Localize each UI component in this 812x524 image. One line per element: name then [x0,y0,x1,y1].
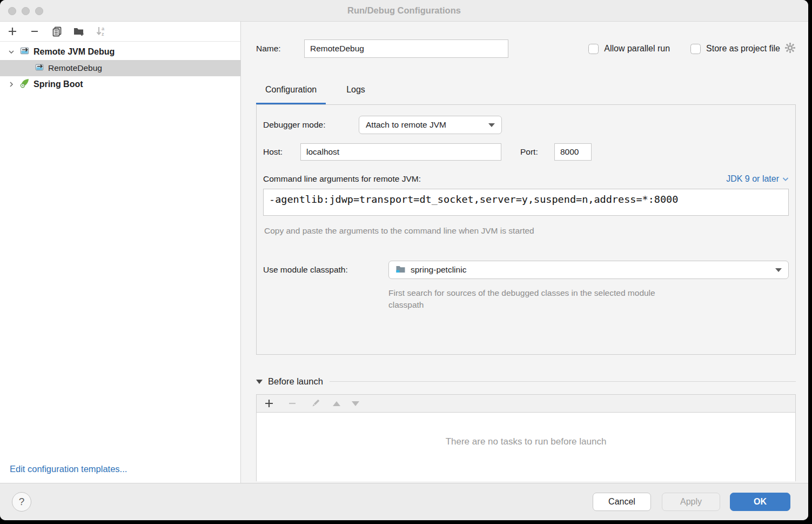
tree-item-remote-jvm-debug[interactable]: Remote JVM Debug [0,44,240,60]
configuration-panel: Debugger mode: Attach to remote JVM Host… [256,104,796,355]
host-port-row: Host: Port: [263,143,789,161]
name-row: Name: Allow parallel run Store as projec… [256,39,796,58]
window-controls [8,7,43,15]
title-bar: Run/Debug Configurations [0,0,808,22]
add-configuration-button[interactable] [6,25,18,37]
move-task-up-icon[interactable] [333,401,340,406]
chevron-right-icon[interactable] [6,79,16,89]
debugger-mode-row: Debugger mode: Attach to remote JVM [263,116,789,134]
cmdline-header-row: Command line arguments for remote JVM: J… [263,174,789,184]
host-label: Host: [263,147,300,157]
remote-debug-icon [19,45,30,58]
module-classpath-value: spring-petclinic [411,265,770,275]
dialog-footer: ? Cancel Apply OK [0,483,808,520]
tree-item-spring-boot[interactable]: Spring Boot [0,76,240,92]
chevron-down-icon [782,177,789,182]
collapse-triangle-icon[interactable] [256,380,263,384]
module-classpath-label: Use module classpath: [263,265,388,275]
before-launch-task-list: There are no tasks to run before launch [256,413,796,481]
copy-configuration-icon[interactable] [51,25,63,37]
configuration-editor: Name: Allow parallel run Store as projec… [241,22,808,483]
tree-item-label: RemoteDebug [48,63,102,73]
tree-item-label: Spring Boot [33,79,83,89]
move-task-down-icon[interactable] [352,401,359,406]
tree-item-label: Remote JVM Debug [33,47,115,57]
tab-configuration[interactable]: Configuration [256,84,326,104]
debugger-mode-label: Debugger mode: [263,120,359,130]
host-input[interactable] [300,143,501,161]
svg-text:z: z [102,31,104,37]
help-button[interactable]: ? [12,492,31,512]
debugger-mode-select[interactable]: Attach to remote JVM [359,116,502,134]
jdk-version-select[interactable]: JDK 9 or later [726,174,789,184]
jdk-version-value: JDK 9 or later [726,174,779,184]
allow-parallel-run-label: Allow parallel run [604,44,670,54]
module-classpath-row: Use module classpath: spring-petclinic [263,261,789,279]
store-as-project-file-label: Store as project file [706,44,780,54]
module-classpath-select[interactable]: spring-petclinic [388,261,789,279]
cmdline-label: Command line arguments for remote JVM: [263,174,421,184]
remote-debug-icon [35,62,45,75]
allow-parallel-run-checkbox[interactable] [588,44,599,54]
port-input[interactable] [554,143,592,161]
empty-tasks-text: There are no tasks to run before launch [446,436,607,447]
divider [330,381,796,382]
zoom-window-button[interactable] [35,7,43,15]
minimize-window-button[interactable] [22,7,30,15]
close-window-button[interactable] [8,7,16,15]
cmdline-arguments-input[interactable]: -agentlib:jdwp=transport=dt_socket,serve… [263,189,789,216]
before-launch-title: Before launch [268,376,323,387]
apply-button[interactable]: Apply [662,493,720,511]
configurations-tree: Remote JVM Debug RemoteDebug [0,42,240,92]
run-debug-configurations-dialog: Run/Debug Configurations [0,0,808,520]
new-folder-icon[interactable] [73,25,85,37]
before-launch-toolbar [256,394,796,413]
tab-logs[interactable]: Logs [337,84,374,104]
store-as-project-file-checkbox[interactable] [690,44,701,54]
name-input[interactable] [304,39,508,58]
sidebar-toolbar: a z [0,22,240,42]
chevron-down-icon[interactable] [6,47,16,57]
remove-task-button[interactable] [286,397,298,409]
remove-configuration-button[interactable] [29,25,41,37]
before-launch-header: Before launch [256,376,796,387]
dropdown-arrow-icon [488,123,495,127]
svg-text:a: a [102,26,105,31]
module-classpath-help-text: First search for sources of the debugged… [388,287,661,311]
configurations-sidebar: a z [0,22,241,483]
debugger-mode-value: Attach to remote JVM [366,120,446,130]
add-task-button[interactable] [263,397,275,409]
edit-configuration-templates-link[interactable]: Edit configuration templates... [10,464,127,474]
module-folder-icon [395,264,406,276]
run-options: Allow parallel run Store as project file [588,42,796,56]
sort-configurations-icon[interactable]: a z [95,25,107,37]
port-label: Port: [520,147,554,157]
dropdown-arrow-icon [775,268,782,272]
edit-task-pencil-icon[interactable] [310,397,321,409]
ok-button[interactable]: OK [730,493,790,511]
name-label: Name: [256,44,304,54]
editor-tabs: Configuration Logs [256,84,796,104]
spring-boot-icon [19,78,30,91]
gear-icon[interactable] [784,42,796,56]
window-title: Run/Debug Configurations [347,5,461,16]
cancel-button[interactable]: Cancel [593,493,651,511]
tree-item-remotedebug-selected[interactable]: RemoteDebug [0,60,240,76]
cmdline-help-text: Copy and paste the arguments to the comm… [263,226,789,236]
